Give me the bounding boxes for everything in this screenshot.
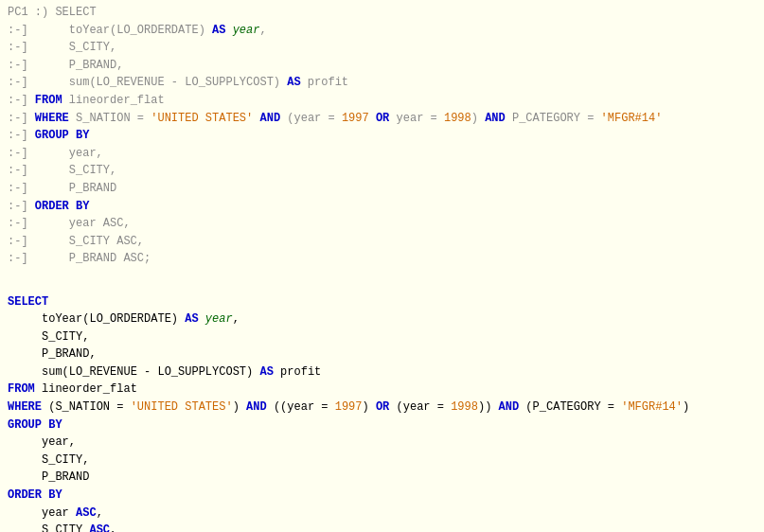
main-query-block: SELECT toYear(LO_ORDERDATE) AS year, S_C…: [0, 272, 764, 532]
group-scity: S_CITY: [42, 453, 82, 467]
comment-line-14: :-] S_CITY ASC,: [8, 235, 144, 248]
group-year: year: [42, 435, 69, 449]
toyear-fn: toYear(LO_ORDERDATE): [42, 312, 178, 326]
comment-line-1: PC1 :) SELECT: [8, 6, 97, 19]
commented-code-block: PC1 :) SELECT :-] toYear(LO_ORDERDATE) A…: [0, 0, 764, 272]
sum-expr: sum(LO_REVENUE - LO_SUPPLYCOST): [42, 365, 253, 379]
order-year: year: [42, 506, 69, 520]
comment-line-15: :-] P_BRAND ASC;: [8, 252, 151, 265]
select-keyword: SELECT: [8, 295, 48, 309]
group-pbrand: P_BRAND: [42, 470, 89, 484]
comment-line-13: :-] year ASC,: [8, 217, 131, 230]
comment-line-3: :-] S_CITY,: [8, 41, 116, 54]
scity-col: S_CITY: [42, 330, 82, 344]
from-keyword: FROM: [8, 382, 35, 396]
comment-line-12: :-] ORDER BY: [8, 200, 89, 213]
comment-line-7: :-] WHERE S_NATION = 'UNITED STATES' AND…: [8, 112, 662, 125]
where-keyword: WHERE: [8, 400, 42, 414]
comment-line-4: :-] P_BRAND,: [8, 59, 123, 72]
comment-line-11: :-] P_BRAND: [8, 182, 116, 195]
comment-line-8: :-] GROUP BY: [8, 129, 89, 142]
comment-line-2: :-] toYear(LO_ORDERDATE) AS year,: [8, 24, 267, 37]
comment-line-5: :-] sum(LO_REVENUE - LO_SUPPLYCOST) AS p…: [8, 76, 348, 89]
comment-line-10: :-] S_CITY,: [8, 164, 116, 177]
comment-line-6: :-] FROM lineorder_flat: [8, 94, 165, 107]
orderby-keyword: ORDER BY: [8, 488, 62, 502]
order-scity: S_CITY: [42, 523, 82, 532]
groupby-keyword: GROUP BY: [8, 418, 62, 432]
pbrand-col: P_BRAND: [42, 347, 89, 361]
comment-line-9: :-] year,: [8, 147, 103, 160]
